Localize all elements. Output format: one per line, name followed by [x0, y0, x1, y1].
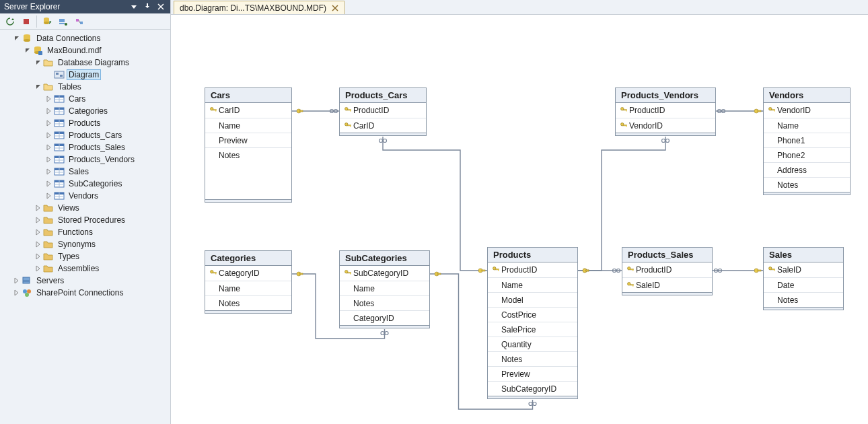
column-saleprice[interactable]: SalePrice	[488, 322, 577, 337]
sharepoint-root[interactable]: SharePoint Connections	[0, 287, 170, 299]
resize-handle-icon[interactable]	[205, 311, 292, 314]
column-name[interactable]: Name	[340, 281, 429, 295]
expand-arrow-icon[interactable]	[35, 205, 42, 211]
column-name[interactable]: Name	[764, 118, 850, 133]
resize-handle-icon[interactable]	[622, 293, 713, 295]
dbtable-cars[interactable]: CarsCarIDNamePreviewNotes	[205, 87, 292, 203]
column-preview[interactable]: Preview	[205, 133, 291, 147]
column-model[interactable]: Model	[488, 292, 577, 307]
expand-arrow-icon[interactable]	[46, 180, 52, 187]
column-subcategoryid[interactable]: SubCategoryID	[488, 381, 577, 396]
column-address[interactable]: Address	[764, 162, 850, 177]
servers-root[interactable]: Servers	[0, 275, 170, 287]
server-explorer-titlebar[interactable]: Server Explorer	[0, 0, 170, 13]
expand-arrow-icon[interactable]	[13, 289, 20, 296]
column-date[interactable]: Date	[764, 277, 843, 292]
dbtable-products_sales[interactable]: Products_SalesProductIDSaleID	[622, 247, 713, 295]
expand-arrow-icon[interactable]	[35, 229, 42, 236]
table-subcategories[interactable]: SubCategories	[0, 178, 170, 190]
dbtable-sales[interactable]: SalesSaleIDDateNotes	[763, 247, 844, 310]
expand-arrow-icon[interactable]	[46, 168, 52, 175]
expand-arrow-icon[interactable]	[13, 277, 20, 284]
expand-arrow-icon[interactable]	[35, 253, 42, 260]
column-notes[interactable]: Notes	[488, 351, 577, 366]
table-categories[interactable]: Categories	[0, 105, 170, 117]
connect-database-icon[interactable]	[40, 14, 55, 29]
add-connection-icon[interactable]	[72, 14, 87, 29]
tab-diagram[interactable]: dbo.Diagram: Di...TS\MAXBOUND.MDF)	[174, 1, 345, 14]
resize-handle-icon[interactable]	[615, 133, 716, 136]
column-name[interactable]: Name	[488, 277, 577, 292]
dbtable-products[interactable]: ProductsProductIDNameModelCostPriceSaleP…	[487, 247, 578, 399]
pin-icon[interactable]	[142, 1, 153, 12]
folder-functions[interactable]: Functions	[0, 226, 170, 238]
folder-tables[interactable]: Tables	[0, 81, 170, 93]
column-productid[interactable]: ProductID	[622, 262, 712, 277]
table-sales[interactable]: Sales	[0, 166, 170, 178]
table-products[interactable]: Products	[0, 117, 170, 129]
column-quantity[interactable]: Quantity	[488, 337, 577, 351]
expand-arrow-icon[interactable]	[46, 132, 52, 139]
column-productid[interactable]: ProductID	[616, 103, 715, 118]
resize-handle-icon[interactable]	[205, 200, 292, 203]
expand-arrow-icon[interactable]	[24, 47, 31, 54]
column-carid[interactable]: CarID	[205, 103, 291, 118]
dbtable-vendors[interactable]: VendorsVendorIDNamePhone1Phone2AddressNo…	[763, 87, 851, 195]
diagram-canvas[interactable]: CarsCarIDNamePreviewNotesProducts_CarsPr…	[171, 15, 868, 424]
expand-arrow-icon[interactable]	[46, 156, 52, 163]
connect-server-icon[interactable]	[56, 14, 71, 29]
column-categoryid[interactable]: CategoryID	[205, 266, 291, 281]
folder-database-diagrams[interactable]: Database Diagrams	[0, 57, 170, 69]
column-notes[interactable]: Notes	[205, 295, 291, 310]
dbtable-products_vendors[interactable]: Products_VendorsProductIDVendorID	[615, 87, 716, 136]
table-vendors[interactable]: Vendors	[0, 190, 170, 202]
folder-types[interactable]: Types	[0, 250, 170, 262]
expand-arrow-icon[interactable]	[46, 120, 52, 127]
expand-arrow-icon[interactable]	[35, 265, 42, 272]
resize-handle-icon[interactable]	[763, 308, 844, 310]
close-tab-icon[interactable]	[330, 3, 340, 13]
column-name[interactable]: Name	[205, 281, 291, 295]
resize-handle-icon[interactable]	[487, 396, 578, 399]
column-costprice[interactable]: CostPrice	[488, 307, 577, 322]
column-notes[interactable]: Notes	[340, 295, 429, 310]
table-products-cars[interactable]: Products_Cars	[0, 129, 170, 141]
resize-handle-icon[interactable]	[339, 133, 427, 136]
column-name[interactable]: Name	[205, 118, 291, 133]
column-phone2[interactable]: Phone2	[764, 147, 850, 162]
column-notes[interactable]: Notes	[205, 147, 291, 162]
column-productid[interactable]: ProductID	[340, 103, 426, 118]
expand-arrow-icon[interactable]	[46, 144, 52, 151]
db-maxbound[interactable]: MaxBound.mdf	[0, 44, 170, 57]
column-carid[interactable]: CarID	[340, 118, 426, 133]
column-productid[interactable]: ProductID	[488, 262, 577, 277]
expand-arrow-icon[interactable]	[35, 59, 42, 66]
dbtable-products_cars[interactable]: Products_CarsProductIDCarID	[339, 87, 427, 136]
data-connections[interactable]: Data Connections	[0, 32, 170, 44]
expand-arrow-icon[interactable]	[46, 192, 52, 199]
stop-icon[interactable]	[19, 14, 34, 29]
folder-synonyms[interactable]: Synonyms	[0, 238, 170, 250]
resize-handle-icon[interactable]	[339, 326, 430, 328]
expand-arrow-icon[interactable]	[35, 83, 42, 90]
column-phone1[interactable]: Phone1	[764, 133, 850, 147]
column-notes[interactable]: Notes	[764, 177, 850, 192]
column-categoryid[interactable]: CategoryID	[340, 310, 429, 325]
expand-arrow-icon[interactable]	[35, 217, 42, 223]
column-notes[interactable]: Notes	[764, 292, 843, 307]
folder-stored-procedures[interactable]: Stored Procedures	[0, 214, 170, 226]
column-preview[interactable]: Preview	[488, 366, 577, 381]
table-cars[interactable]: Cars	[0, 93, 170, 105]
table-products-sales[interactable]: Products_Sales	[0, 141, 170, 153]
dbtable-categories[interactable]: CategoriesCategoryIDNameNotes	[205, 250, 292, 314]
column-vendorid[interactable]: VendorID	[764, 103, 850, 118]
column-saleid[interactable]: SaleID	[622, 277, 712, 292]
server-explorer-tree[interactable]: Data ConnectionsMaxBound.mdfDatabase Dia…	[0, 30, 170, 302]
expand-arrow-icon[interactable]	[46, 108, 52, 114]
column-vendorid[interactable]: VendorID	[616, 118, 715, 133]
folder-assemblies[interactable]: Assemblies	[0, 262, 170, 275]
dropdown-icon[interactable]	[129, 1, 139, 12]
close-panel-icon[interactable]	[155, 1, 166, 12]
expand-arrow-icon[interactable]	[35, 241, 42, 248]
refresh-icon[interactable]	[3, 14, 17, 29]
